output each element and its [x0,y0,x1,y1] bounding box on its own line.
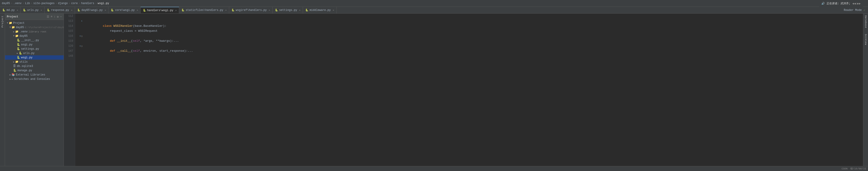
sidebar-item-utils[interactable]: ▶ 📁 utils [5,60,64,64]
tab-close-icon[interactable]: ✕ [269,9,270,11]
tab-close-icon[interactable]: ✕ [71,9,72,11]
sciview-panel-label[interactable]: SciView [864,34,867,45]
sidebar-item-external-libraries[interactable]: ▶ 📚 External Libraries [5,73,64,77]
code-line-119 [85,38,861,44]
reader-mode-check: ✓ [864,8,865,12]
tab-bar-right: Reader Mode ✓ [841,8,868,12]
database-panel-label[interactable]: Database [864,16,867,28]
folder-icon: 📁 [9,21,12,25]
gutter-row-fold[interactable]: ⬇ ▢ [75,44,83,49]
sidebar-item-manage-py[interactable]: 🐍 manage.py [5,68,64,73]
sidebar-item-scratches[interactable]: ▶ ✏ Scratches and Consoles [5,77,64,81]
tree-item-label: utils [20,60,28,63]
breadcrumb-item-site-packages[interactable]: site-packages [33,2,55,5]
tree-item-label: .venv [20,30,28,33]
tab-settings-py[interactable]: 🐍 settings.py ✕ [273,7,303,13]
gutter-row-debug[interactable]: ⬇ [75,19,83,24]
tree-item-label: asgi.py [21,43,32,46]
gutter-row-fold[interactable]: ⬇ ▢ [75,34,83,38]
tab-response-py[interactable]: 🐍 response.py ✕ [44,7,75,13]
editor-gutter: ⬇ ⬇ ▢ ⬇ ▢ [75,13,83,166]
breadcrumb-item-venv[interactable]: .venv [13,2,22,5]
scratches-icon: ✏ [11,77,13,81]
expand-arrow-icon: ▶ [9,78,11,81]
tab-wsgiref-handlers-py[interactable]: 🐍 wsgiref\handlers.py ✕ [229,7,273,13]
sidebar-item-init-py[interactable]: 🐍 __init__.py [5,38,64,42]
tab-close-icon[interactable]: ✕ [137,9,138,11]
line-num: 116 [66,34,73,38]
sidebar-icon-minimize[interactable]: — [60,15,62,18]
tree-item-label: db.sqlite3 [17,65,33,68]
sidebar-item-settings-py[interactable]: 🐍 settings.py [5,47,64,51]
tab-middleware-py[interactable]: 🐍 middleware.py ✕ [303,7,337,13]
code-line-147 [85,49,861,54]
breadcrumb-item-django[interactable]: django [58,2,68,5]
code-line-148 [85,54,861,58]
breadcrumb-item-lib[interactable]: Lib [25,2,30,5]
tab-day05-wsgi-py[interactable]: 🐍 day05\wsgi.py ✕ [75,7,109,13]
tab-close-icon[interactable]: ✕ [17,9,18,11]
sidebar-item-wsgi-py[interactable]: 🐍 wsgi.py [5,55,64,60]
tab-staticfiles-handlers-py[interactable]: 🐍 staticfiles\handlers.py ✕ [179,7,229,13]
debug-point-icon[interactable]: ⬇ [81,20,83,23]
tree-item-label: wsgi.py [21,56,32,59]
tab-close-icon[interactable]: ✕ [225,9,227,11]
tree-item-label: day05 [20,34,28,38]
nav-forward-icon[interactable]: ▶▶ [857,2,861,5]
python-file-icon: 🐍 [13,69,17,72]
code-content[interactable]: 112 113 114 115 116 119 120 147 148 ⬇ ⬇ [64,13,863,166]
fold-icon[interactable]: ▢ [81,35,83,37]
python-file-icon: 🐍 [77,9,81,11]
tree-item-label: manage.py [18,69,32,72]
tree-item-label: settings.py [21,48,39,51]
expand-arrow-icon: ▶ [13,30,14,33]
tree-item-label: day05 [16,26,24,29]
tab-md-py[interactable]: 🐍 md.py ✕ [0,7,21,13]
tab-close-icon[interactable]: ✕ [175,9,177,12]
debug-point-icon[interactable]: ⬇ [80,35,81,37]
left-panel-gutter: Project [0,13,5,166]
line-num: 115 [66,29,73,34]
debug-point-icon[interactable]: ⬇ [80,45,81,48]
code-editor[interactable]: class WSGIHandler(base.BaseHandler): req… [83,13,863,166]
expand-arrow-icon: ▶ [17,52,18,55]
sidebar-item-db-sqlite3[interactable]: 🗄 db.sqlite3 [5,64,64,68]
tab-close-icon[interactable]: ✕ [104,9,106,11]
sidebar-item-day05[interactable]: ▼ 📁 day05 E:\PycharmProjects\s2\day05 [5,25,64,29]
gutter-row [75,54,83,58]
nav-back-icon[interactable]: ◀◀ [852,2,856,5]
python-file-icon: 🐍 [111,9,114,11]
fold-icon[interactable]: ▢ [81,45,83,48]
sidebar-item-urls-py[interactable]: ▶ 🐍 urls.py [5,51,64,55]
tab-urls-py[interactable]: 🐍 urls.py ✕ [21,7,44,13]
sidebar-icon-sort[interactable]: ≡ [51,15,53,18]
sidebar-icon-expand[interactable]: ↕ [54,15,56,18]
tab-close-icon[interactable]: ✕ [40,9,42,11]
tab-label: core\wsgi.py [115,9,134,12]
tab-label: settings.py [279,9,297,12]
sidebar-item-asgi-py[interactable]: 🐍 asgi.py [5,42,64,47]
breadcrumb-item-day05[interactable]: day05 [2,2,10,5]
tab-close-icon[interactable]: ✕ [333,9,334,11]
python-file-icon: 🐍 [143,9,146,12]
code-line-116: def __init__(self, *args, **kwargs):... [85,34,861,38]
line-numbers: 112 113 114 115 116 119 120 147 148 [64,13,75,166]
sidebar-icon-settings[interactable]: ⚙ [57,15,59,19]
tab-handlers-wsgi-py[interactable]: 🐍 handlers\wsgi.py ✕ [141,7,179,13]
tab-core-wsgi-py[interactable]: 🐍 core\wsgi.py ✕ [108,7,141,13]
mic-icon: 🔊 [822,2,825,5]
gutter-row [75,38,83,44]
gutter-row [75,24,83,29]
sidebar-item-day05-inner[interactable]: ▼ 📁 day05 [5,34,64,38]
line-num: 113 [66,19,73,24]
sidebar-item-venv[interactable]: ▶ 📁 .venv library root [5,29,64,34]
breadcrumb-item-wsgi-py[interactable]: wsgi.py [98,2,109,5]
tab-label: md.py [6,9,15,12]
code-line-115 [85,29,861,34]
breadcrumb-item-core[interactable]: core [71,2,78,5]
breadcrumb-item-handlers[interactable]: handlers [81,2,94,5]
tab-close-icon[interactable]: ✕ [299,9,301,11]
sidebar-icon-list[interactable]: ☰ [46,15,50,19]
sidebar-item-project-root[interactable]: ▼ 📁 Project [5,21,64,25]
tab-label: response.py [51,9,69,12]
